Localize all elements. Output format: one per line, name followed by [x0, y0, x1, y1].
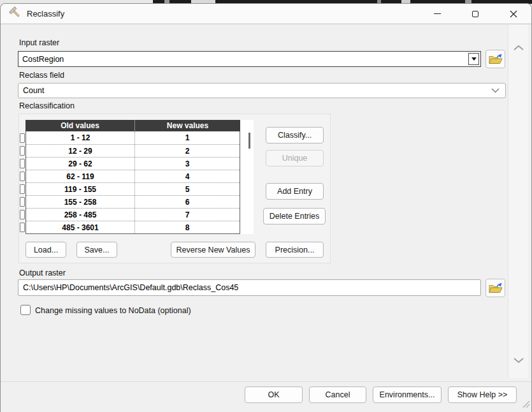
classify-button[interactable]: Classify...: [266, 127, 324, 143]
old-value-cell[interactable]: 29 - 62: [26, 158, 135, 170]
resize-grip[interactable]: [522, 399, 530, 411]
column-header-new-values: New values: [135, 120, 240, 131]
reclass-field-combobox[interactable]: Count: [18, 83, 506, 98]
new-value-cell[interactable]: 4: [135, 170, 240, 182]
old-value-cell[interactable]: 485 - 3601: [26, 221, 135, 233]
reclass-field-value: Count: [18, 86, 491, 95]
table-row: 155 - 258 6: [26, 195, 240, 208]
dialog-scrollbar[interactable]: [508, 25, 528, 378]
chevron-down-icon: [513, 357, 524, 364]
footer-divider: [1, 381, 531, 382]
output-raster-label: Output raster: [19, 269, 66, 277]
window-title: Reclassify: [27, 9, 64, 18]
old-value-cell[interactable]: 1 - 12: [26, 131, 135, 144]
row-selector[interactable]: [20, 197, 25, 207]
table-scrollbar[interactable]: [240, 120, 254, 234]
remap-table-header: Old values New values: [25, 120, 240, 131]
output-raster-browse-button[interactable]: [485, 279, 505, 297]
input-raster-combobox[interactable]: CostRegion: [18, 51, 481, 67]
chevron-down-icon: [491, 88, 500, 93]
cancel-button[interactable]: Cancel: [309, 386, 366, 403]
row-selector[interactable]: [20, 223, 25, 232]
input-raster-value: CostRegion: [18, 55, 480, 64]
old-value-cell[interactable]: 119 - 155: [26, 183, 135, 195]
title-bar: Reclassify: [1, 4, 531, 24]
remap-table: Old values New values 1 - 12 1 12 - 29 2…: [25, 120, 240, 234]
table-row: 119 - 155 5: [26, 182, 240, 195]
new-value-cell[interactable]: 7: [135, 209, 240, 221]
output-raster-input[interactable]: [18, 279, 481, 296]
reclassify-dialog: Reclassify Input raster CostRegion: [0, 3, 532, 412]
row-selector[interactable]: [20, 172, 25, 181]
row-selector[interactable]: [20, 184, 25, 194]
reclassification-label: Reclassification: [19, 101, 75, 110]
row-selector[interactable]: [20, 133, 25, 143]
input-raster-label: Input raster: [19, 38, 59, 47]
minimize-icon: [434, 13, 441, 15]
nodata-checkbox[interactable]: [20, 305, 31, 315]
maximize-icon: [472, 11, 478, 17]
table-row: 485 - 3601 8: [26, 221, 240, 233]
new-value-cell[interactable]: 5: [135, 183, 240, 195]
row-selector[interactable]: [20, 146, 25, 156]
row-selector[interactable]: [20, 159, 25, 168]
minimize-button[interactable]: [422, 4, 452, 24]
new-value-cell[interactable]: 2: [135, 145, 240, 157]
load-button[interactable]: Load...: [25, 242, 66, 258]
add-entry-button[interactable]: Add Entry: [266, 183, 324, 200]
new-value-cell[interactable]: 1: [135, 131, 240, 144]
reverse-new-values-button[interactable]: Reverse New Values: [171, 242, 255, 258]
chevron-up-icon: [513, 45, 524, 51]
open-folder-icon: [489, 54, 503, 64]
table-row: 29 - 62 3: [26, 157, 240, 170]
input-raster-browse-button[interactable]: [485, 50, 505, 68]
input-raster-dropdown-button[interactable]: [468, 53, 479, 65]
show-help-button[interactable]: Show Help >>: [448, 386, 517, 403]
dialog-scroll-up-button[interactable]: [508, 39, 529, 57]
close-button[interactable]: [499, 4, 528, 24]
dialog-scroll-down-button[interactable]: [508, 351, 529, 369]
old-value-cell[interactable]: 62 - 119: [26, 170, 135, 182]
screen: Reclassify Input raster CostRegion: [0, 0, 532, 412]
new-value-cell[interactable]: 6: [135, 196, 240, 208]
old-value-cell[interactable]: 155 - 258: [26, 196, 135, 208]
close-icon: [510, 10, 517, 18]
environments-button[interactable]: Environments...: [373, 386, 442, 403]
table-row: 1 - 12 1: [26, 131, 240, 144]
new-value-cell[interactable]: 3: [135, 158, 240, 170]
nodata-checkbox-label: Change missing values to NoData (optiona…: [35, 306, 191, 315]
remap-table-body: 1 - 12 1 12 - 29 2 29 - 62 3 62 - 119 4: [25, 131, 240, 234]
new-value-cell[interactable]: 8: [135, 221, 240, 233]
reclass-field-label: Reclass field: [19, 71, 64, 80]
delete-entries-button[interactable]: Delete Entries: [263, 208, 326, 224]
maximize-button[interactable]: [461, 4, 490, 24]
row-selector[interactable]: [20, 210, 25, 219]
ok-button[interactable]: OK: [245, 386, 303, 403]
precision-button[interactable]: Precision...: [266, 242, 324, 258]
old-value-cell[interactable]: 12 - 29: [26, 145, 135, 157]
hammer-tool-icon: [9, 6, 21, 21]
resize-grip-icon: [522, 400, 530, 408]
table-row: 12 - 29 2: [26, 144, 240, 157]
open-folder-icon: [489, 283, 503, 293]
table-scrollbar-thumb[interactable]: [248, 133, 250, 149]
table-row: 62 - 119 4: [26, 170, 240, 182]
caret-down-icon: [471, 57, 477, 61]
unique-button[interactable]: Unique: [266, 150, 324, 166]
old-value-cell[interactable]: 258 - 485: [26, 209, 135, 221]
reclassification-panel: Old values New values 1 - 12 1 12 - 29 2…: [18, 114, 331, 263]
table-row: 258 - 485 7: [26, 208, 240, 221]
save-button[interactable]: Save...: [76, 242, 117, 258]
column-header-old-values: Old values: [25, 120, 135, 131]
